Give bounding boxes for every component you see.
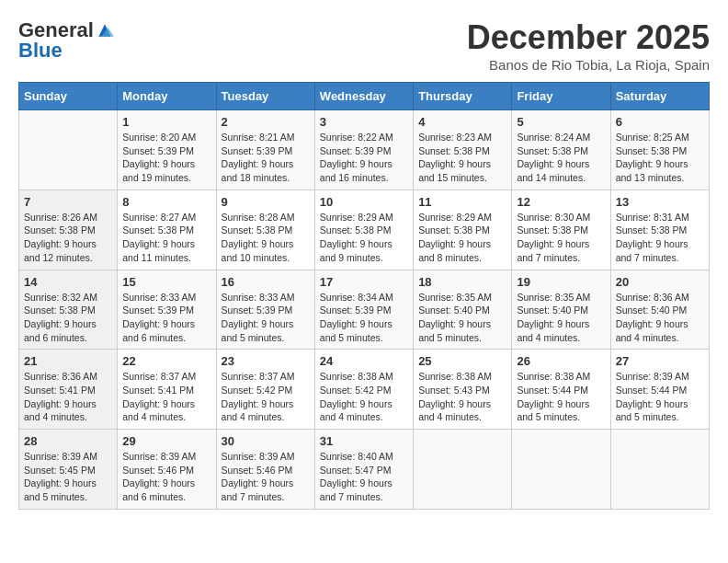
day-number: 4: [418, 115, 506, 129]
calendar-cell: 22Sunrise: 8:37 AM Sunset: 5:41 PM Dayli…: [118, 350, 216, 430]
day-info: Sunrise: 8:36 AM Sunset: 5:41 PM Dayligh…: [24, 370, 112, 424]
month-title: December 2025: [467, 18, 710, 57]
calendar-cell: 7Sunrise: 8:26 AM Sunset: 5:38 PM Daylig…: [19, 190, 118, 270]
calendar-week-5: 28Sunrise: 8:39 AM Sunset: 5:45 PM Dayli…: [19, 430, 710, 510]
calendar-cell: 2Sunrise: 8:21 AM Sunset: 5:39 PM Daylig…: [216, 110, 314, 190]
calendar-cell: [414, 430, 512, 510]
calendar-cell: 29Sunrise: 8:39 AM Sunset: 5:46 PM Dayli…: [118, 430, 216, 510]
calendar-week-2: 7Sunrise: 8:26 AM Sunset: 5:38 PM Daylig…: [19, 190, 710, 270]
location: Banos de Rio Tobia, La Rioja, Spain: [467, 57, 710, 73]
calendar-cell: 13Sunrise: 8:31 AM Sunset: 5:38 PM Dayli…: [610, 190, 709, 270]
day-number: 23: [222, 354, 310, 368]
logo-icon: [96, 21, 114, 40]
calendar-cell: 18Sunrise: 8:35 AM Sunset: 5:40 PM Dayli…: [414, 270, 512, 350]
day-number: 12: [517, 195, 605, 209]
calendar-cell: 8Sunrise: 8:27 AM Sunset: 5:38 PM Daylig…: [118, 190, 216, 270]
calendar-cell: 9Sunrise: 8:28 AM Sunset: 5:38 PM Daylig…: [216, 190, 314, 270]
calendar-cell: 19Sunrise: 8:35 AM Sunset: 5:40 PM Dayli…: [512, 270, 610, 350]
title-block: December 2025 Banos de Rio Tobia, La Rio…: [467, 18, 710, 73]
weekday-header-sunday: Sunday: [19, 83, 118, 110]
day-info: Sunrise: 8:35 AM Sunset: 5:40 PM Dayligh…: [418, 291, 506, 345]
day-info: Sunrise: 8:24 AM Sunset: 5:38 PM Dayligh…: [517, 131, 605, 185]
logo-blue: Blue: [18, 39, 63, 62]
day-number: 10: [320, 195, 408, 209]
day-info: Sunrise: 8:20 AM Sunset: 5:39 PM Dayligh…: [122, 131, 210, 185]
calendar-cell: 27Sunrise: 8:39 AM Sunset: 5:44 PM Dayli…: [610, 350, 709, 430]
day-info: Sunrise: 8:30 AM Sunset: 5:38 PM Dayligh…: [517, 211, 605, 265]
day-info: Sunrise: 8:34 AM Sunset: 5:39 PM Dayligh…: [320, 291, 408, 345]
calendar-cell: 3Sunrise: 8:22 AM Sunset: 5:39 PM Daylig…: [314, 110, 413, 190]
day-number: 22: [122, 354, 210, 368]
day-info: Sunrise: 8:33 AM Sunset: 5:39 PM Dayligh…: [222, 291, 310, 345]
calendar-cell: 31Sunrise: 8:40 AM Sunset: 5:47 PM Dayli…: [314, 430, 413, 510]
weekday-header-tuesday: Tuesday: [216, 83, 314, 110]
day-number: 8: [122, 195, 210, 209]
day-number: 19: [517, 275, 605, 289]
day-info: Sunrise: 8:27 AM Sunset: 5:38 PM Dayligh…: [122, 211, 210, 265]
weekday-header-friday: Friday: [512, 83, 610, 110]
day-info: Sunrise: 8:36 AM Sunset: 5:40 PM Dayligh…: [616, 291, 704, 345]
day-number: 18: [418, 275, 506, 289]
day-info: Sunrise: 8:23 AM Sunset: 5:38 PM Dayligh…: [418, 131, 506, 185]
day-info: Sunrise: 8:35 AM Sunset: 5:40 PM Dayligh…: [517, 291, 605, 345]
day-number: 27: [616, 354, 704, 368]
day-number: 16: [222, 275, 310, 289]
calendar-cell: 12Sunrise: 8:30 AM Sunset: 5:38 PM Dayli…: [512, 190, 610, 270]
day-number: 29: [122, 434, 210, 448]
calendar-cell: 15Sunrise: 8:33 AM Sunset: 5:39 PM Dayli…: [118, 270, 216, 350]
day-number: 20: [616, 275, 704, 289]
day-number: 24: [320, 354, 408, 368]
calendar-cell: 16Sunrise: 8:33 AM Sunset: 5:39 PM Dayli…: [216, 270, 314, 350]
day-info: Sunrise: 8:39 AM Sunset: 5:45 PM Dayligh…: [24, 450, 112, 504]
calendar-cell: 23Sunrise: 8:37 AM Sunset: 5:42 PM Dayli…: [216, 350, 314, 430]
day-info: Sunrise: 8:21 AM Sunset: 5:39 PM Dayligh…: [222, 131, 310, 185]
day-number: 13: [616, 195, 704, 209]
day-number: 3: [320, 115, 408, 129]
calendar-cell: 1Sunrise: 8:20 AM Sunset: 5:39 PM Daylig…: [118, 110, 216, 190]
calendar-cell: 26Sunrise: 8:38 AM Sunset: 5:44 PM Dayli…: [512, 350, 610, 430]
calendar-cell: 4Sunrise: 8:23 AM Sunset: 5:38 PM Daylig…: [414, 110, 512, 190]
calendar-week-3: 14Sunrise: 8:32 AM Sunset: 5:38 PM Dayli…: [19, 270, 710, 350]
day-info: Sunrise: 8:32 AM Sunset: 5:38 PM Dayligh…: [24, 291, 112, 345]
day-number: 28: [24, 434, 112, 448]
calendar-cell: 5Sunrise: 8:24 AM Sunset: 5:38 PM Daylig…: [512, 110, 610, 190]
day-number: 26: [517, 354, 605, 368]
calendar-cell: 17Sunrise: 8:34 AM Sunset: 5:39 PM Dayli…: [314, 270, 413, 350]
calendar-cell: 14Sunrise: 8:32 AM Sunset: 5:38 PM Dayli…: [19, 270, 118, 350]
calendar-header-row: SundayMondayTuesdayWednesdayThursdayFrid…: [19, 83, 710, 110]
page-header: General Blue December 2025 Banos de Rio …: [18, 18, 710, 73]
calendar-cell: [19, 110, 118, 190]
calendar-week-1: 1Sunrise: 8:20 AM Sunset: 5:39 PM Daylig…: [19, 110, 710, 190]
day-number: 7: [24, 195, 112, 209]
day-number: 6: [616, 115, 704, 129]
day-info: Sunrise: 8:38 AM Sunset: 5:44 PM Dayligh…: [517, 370, 605, 424]
calendar-cell: 28Sunrise: 8:39 AM Sunset: 5:45 PM Dayli…: [19, 430, 118, 510]
calendar-cell: 11Sunrise: 8:29 AM Sunset: 5:38 PM Dayli…: [414, 190, 512, 270]
calendar-cell: 6Sunrise: 8:25 AM Sunset: 5:38 PM Daylig…: [610, 110, 709, 190]
logo: General Blue: [18, 18, 114, 63]
day-number: 2: [222, 115, 310, 129]
weekday-header-wednesday: Wednesday: [314, 83, 413, 110]
day-info: Sunrise: 8:29 AM Sunset: 5:38 PM Dayligh…: [320, 211, 408, 265]
day-info: Sunrise: 8:25 AM Sunset: 5:38 PM Dayligh…: [616, 131, 704, 185]
day-info: Sunrise: 8:40 AM Sunset: 5:47 PM Dayligh…: [320, 450, 408, 504]
day-number: 5: [517, 115, 605, 129]
day-number: 9: [222, 195, 310, 209]
day-info: Sunrise: 8:39 AM Sunset: 5:46 PM Dayligh…: [222, 450, 310, 504]
weekday-header-monday: Monday: [118, 83, 216, 110]
day-info: Sunrise: 8:28 AM Sunset: 5:38 PM Dayligh…: [222, 211, 310, 265]
day-number: 11: [418, 195, 506, 209]
day-info: Sunrise: 8:39 AM Sunset: 5:44 PM Dayligh…: [616, 370, 704, 424]
calendar-cell: 30Sunrise: 8:39 AM Sunset: 5:46 PM Dayli…: [216, 430, 314, 510]
day-info: Sunrise: 8:39 AM Sunset: 5:46 PM Dayligh…: [122, 450, 210, 504]
day-number: 17: [320, 275, 408, 289]
calendar-cell: 25Sunrise: 8:38 AM Sunset: 5:43 PM Dayli…: [414, 350, 512, 430]
calendar-cell: 21Sunrise: 8:36 AM Sunset: 5:41 PM Dayli…: [19, 350, 118, 430]
calendar-table: SundayMondayTuesdayWednesdayThursdayFrid…: [18, 82, 710, 510]
day-number: 1: [122, 115, 210, 129]
day-info: Sunrise: 8:22 AM Sunset: 5:39 PM Dayligh…: [320, 131, 408, 185]
day-number: 14: [24, 275, 112, 289]
day-info: Sunrise: 8:31 AM Sunset: 5:38 PM Dayligh…: [616, 211, 704, 265]
day-info: Sunrise: 8:33 AM Sunset: 5:39 PM Dayligh…: [122, 291, 210, 345]
calendar-cell: 24Sunrise: 8:38 AM Sunset: 5:42 PM Dayli…: [314, 350, 413, 430]
